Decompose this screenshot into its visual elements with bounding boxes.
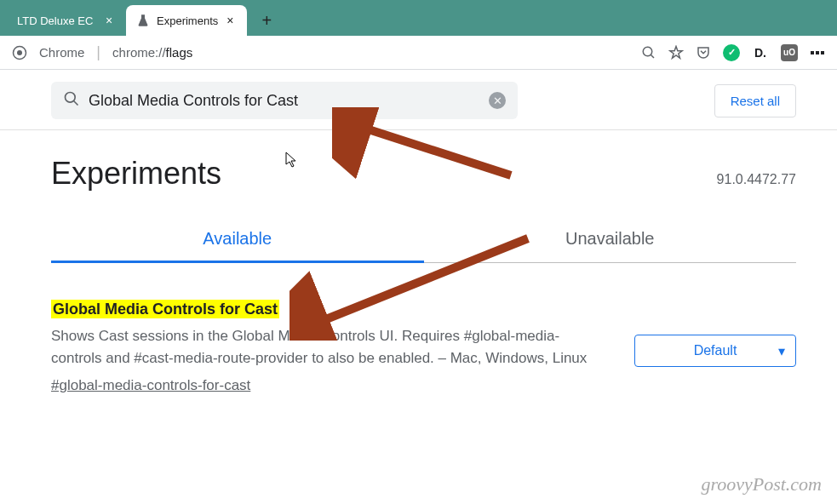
address-bar: Chrome | chrome://flags ✓ D. uO: [0, 36, 837, 70]
page-content: Global Media Controls for Cast ✕ Reset a…: [0, 70, 837, 394]
address-url[interactable]: chrome://flags: [112, 45, 192, 60]
extension-icon[interactable]: uO: [781, 44, 798, 61]
page-header: Experiments 91.0.4472.77: [0, 130, 837, 209]
flag-text: Global Media Controls for Cast Shows Cas…: [51, 301, 609, 394]
chrome-icon: [12, 45, 27, 60]
clear-icon[interactable]: ✕: [489, 92, 506, 109]
svg-line-5: [74, 101, 78, 106]
search-value: Global Media Controls for Cast: [89, 92, 489, 110]
svg-point-4: [66, 93, 76, 103]
flag-title: Global Media Controls for Cast: [51, 300, 279, 318]
flask-icon: [136, 14, 150, 27]
star-icon[interactable]: [668, 45, 684, 60]
address-separator: |: [96, 43, 100, 61]
browser-tab-active[interactable]: Experiments ×: [126, 5, 247, 36]
flag-anchor-link[interactable]: #global-media-controls-for-cast: [51, 377, 250, 394]
tab-title: LTD Deluxe EC: [17, 14, 97, 27]
extension-icon[interactable]: D.: [752, 44, 769, 61]
svg-line-3: [651, 54, 654, 58]
flag-description: Shows Cast sessions in the Global Media …: [51, 325, 609, 370]
close-icon[interactable]: ×: [223, 14, 237, 27]
tab-unavailable[interactable]: Unavailable: [424, 217, 797, 262]
search-row: Global Media Controls for Cast ✕ Reset a…: [0, 70, 837, 130]
search-input[interactable]: Global Media Controls for Cast ✕: [51, 82, 518, 119]
tab-title: Experiments: [157, 14, 218, 27]
watermark: groovyPost.com: [701, 473, 822, 495]
page-title: Experiments: [51, 156, 221, 192]
extension-icon[interactable]: ✓: [723, 44, 740, 61]
reset-all-button[interactable]: Reset all: [714, 84, 796, 117]
browser-tab-strip: LTD Deluxe EC × Experiments × +: [0, 0, 837, 36]
flag-select[interactable]: Default: [634, 335, 796, 367]
tabs-row: Available Unavailable: [51, 217, 796, 263]
close-icon[interactable]: ×: [102, 14, 116, 27]
svg-point-2: [643, 47, 652, 56]
zoom-icon[interactable]: [641, 45, 656, 60]
pocket-icon[interactable]: [696, 45, 711, 60]
version-label: 91.0.4472.77: [717, 172, 796, 187]
new-tab-button[interactable]: +: [254, 8, 279, 33]
address-scheme-label: Chrome: [39, 45, 84, 60]
search-icon: [63, 90, 80, 111]
menu-icon[interactable]: [810, 45, 825, 60]
svg-point-1: [17, 50, 22, 55]
flag-item: Global Media Controls for Cast Shows Cas…: [0, 263, 837, 394]
flag-control: Default: [634, 301, 796, 394]
tab-available[interactable]: Available: [51, 217, 424, 263]
browser-tab-inactive[interactable]: LTD Deluxe EC ×: [7, 5, 126, 36]
